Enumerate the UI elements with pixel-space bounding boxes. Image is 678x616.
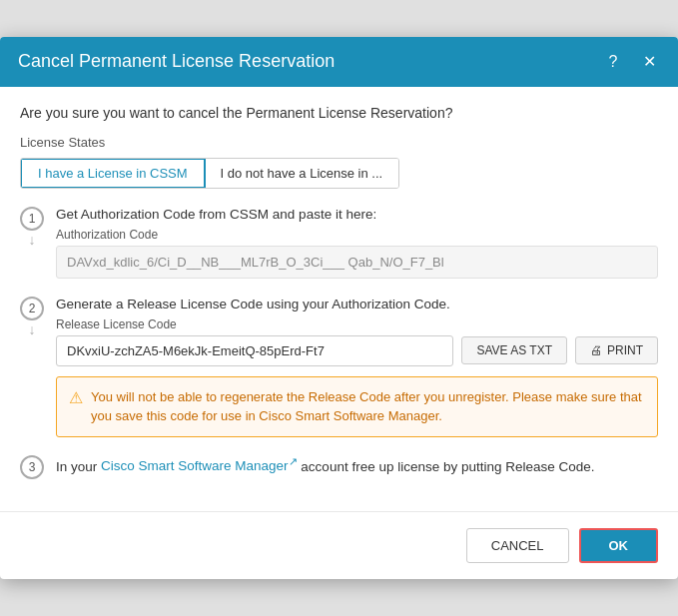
auth-code-label: Authorization Code: [56, 228, 658, 242]
step-1: 1 ↓ Get Authorization Code from CSSM and…: [20, 207, 658, 289]
step-3-indicator: 3: [20, 455, 44, 479]
print-icon: 🖨: [590, 343, 602, 357]
save-as-txt-button[interactable]: SAVE AS TXT: [461, 336, 567, 364]
save-as-txt-label: SAVE AS TXT: [476, 343, 552, 357]
step-2-circle: 2: [20, 297, 44, 320]
dialog-title: Cancel Permanent License Reservation: [18, 51, 335, 72]
cancel-button[interactable]: CANCEL: [466, 528, 569, 563]
step-3: 3 In your Cisco Smart Software Manager↗ …: [20, 455, 658, 484]
help-button[interactable]: ?: [602, 51, 624, 73]
dialog-body: Are you sure you want to cancel the Perm…: [0, 87, 678, 502]
step-3-text: In your Cisco Smart Software Manager↗ ac…: [56, 455, 658, 474]
close-button[interactable]: ✕: [638, 51, 660, 73]
warning-box: ⚠ You will not be able to regenerate the…: [56, 376, 658, 437]
confirm-text: Are you sure you want to cancel the Perm…: [20, 105, 658, 121]
step-2-indicator: 2 ↓: [20, 297, 44, 336]
step-2-text: Generate a Release License Code using yo…: [56, 297, 658, 311]
release-code-label: Release License Code: [56, 317, 658, 331]
step-2: 2 ↓ Generate a Release License Code usin…: [20, 297, 658, 447]
warning-icon: ⚠: [69, 388, 83, 407]
print-button[interactable]: 🖨 PRINT: [575, 336, 658, 364]
print-label: PRINT: [607, 343, 643, 357]
external-link-icon: ↗: [289, 455, 298, 467]
cancel-plr-dialog: Cancel Permanent License Reservation ? ✕…: [0, 37, 678, 580]
release-code-row: SAVE AS TXT 🖨 PRINT: [56, 335, 658, 366]
auth-code-value: DAVxd_kdlic_6/Ci_D__NB___ML7rB_O_3Ci___ …: [56, 246, 658, 279]
step-1-text: Get Authorization Code from CSSM and pas…: [56, 207, 658, 222]
license-state-tabs: I have a License in CSSM I do not have a…: [20, 158, 399, 189]
step-2-content: Generate a Release License Code using yo…: [56, 297, 658, 447]
tab-no-license[interactable]: I do not have a License in ...: [205, 159, 399, 188]
dialog-footer: CANCEL OK: [0, 511, 678, 579]
step-1-circle: 1: [20, 207, 44, 231]
step-1-arrow: ↓: [29, 233, 36, 247]
cssm-link[interactable]: Cisco Smart Software Manager↗: [101, 458, 298, 473]
license-states-label: License States: [20, 135, 658, 150]
step-2-arrow: ↓: [29, 322, 36, 336]
header-icons: ? ✕: [602, 51, 660, 73]
tab-have-license[interactable]: I have a License in CSSM: [20, 158, 206, 189]
step-3-text-before: In your: [56, 458, 101, 473]
step-1-content: Get Authorization Code from CSSM and pas…: [56, 207, 658, 289]
release-code-input[interactable]: [56, 335, 453, 366]
step-3-content: In your Cisco Smart Software Manager↗ ac…: [56, 455, 658, 484]
ok-button[interactable]: OK: [579, 528, 659, 563]
step-3-circle: 3: [20, 455, 44, 479]
step-1-indicator: 1 ↓: [20, 207, 44, 247]
step-3-text-after: account free up license by putting Relea…: [298, 458, 595, 473]
dialog-header: Cancel Permanent License Reservation ? ✕: [0, 37, 678, 87]
warning-text: You will not be able to regenerate the R…: [91, 387, 645, 426]
